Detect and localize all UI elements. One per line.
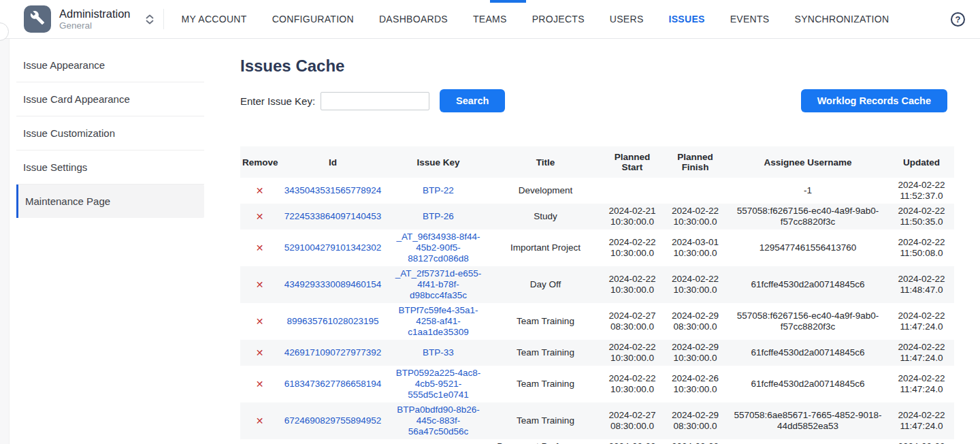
app-title: Administration [59, 7, 131, 20]
column-header-title: Title [490, 146, 601, 178]
search-button[interactable]: Search [440, 89, 505, 112]
remove-issue-button[interactable]: ✕ [256, 316, 264, 327]
issue-id-link[interactable]: 4349293330089460154 [284, 279, 382, 289]
planned-start-cell: 2024-02-22 10:30:00.0 [601, 439, 664, 444]
assignee-cell: -1 [727, 178, 889, 204]
issue-id-link[interactable]: 3435043531565778924 [284, 185, 382, 195]
issue-key-link[interactable]: BTP-26 [423, 211, 454, 221]
planned-finish-cell: 2024-02-29 08:30:00.0 [664, 402, 727, 439]
column-header-updated: Updated [889, 146, 954, 178]
sidebar-item-maintenance-page[interactable]: Maintenance Page [16, 185, 204, 218]
table-row: ✕ 899635761028023195 BTPf7c59fe4-35a1-42… [240, 303, 954, 340]
page-title: Issues Cache [240, 57, 954, 76]
planned-start-cell: 2024-02-22 10:30:00.0 [601, 340, 664, 366]
app-switcher[interactable]: Administration General [24, 5, 154, 33]
updated-cell: 2024-02-22 11:44:54.0 [889, 439, 954, 444]
issue-id-link[interactable]: 6183473627786658194 [284, 379, 382, 389]
remove-issue-button[interactable]: ✕ [256, 279, 264, 290]
nav-item-teams[interactable]: TEAMS [473, 10, 507, 29]
admin-logo [24, 5, 51, 33]
issue-title-cell: Team Training [490, 402, 601, 439]
column-header-assignee-username: Assignee Username [727, 146, 889, 178]
table-row: ✕ 4349293330089460154 _AT_2f57371d-e655-… [240, 266, 954, 303]
issue-key-link[interactable]: BTPf7c59fe4-35a1-4258-af41-c1aa1de35309 [398, 305, 478, 337]
table-row: ✕ 4269171090727977392 BTP-33 Team Traini… [240, 340, 954, 366]
issue-key-input[interactable] [321, 92, 429, 110]
issue-key-link[interactable]: BTP-22 [423, 185, 454, 195]
issue-title-cell: Team Training [490, 340, 601, 366]
assignee-cell: 61fcffe4530d2a00714845c6 [727, 340, 889, 366]
remove-issue-button[interactable]: ✕ [256, 415, 264, 426]
planned-finish-cell: 2024-02-22 10:30:00.0 [664, 204, 727, 229]
remove-issue-button[interactable]: ✕ [256, 211, 264, 222]
remove-issue-button[interactable]: ✕ [256, 185, 264, 196]
assignee-cell: 557058:6ae85671-7665-4852-9018-44dd5852e… [727, 402, 889, 439]
planned-finish-cell: 2024-02-22 10:30:00.0 [664, 439, 727, 444]
assignee-cell: 1295477461556413760 [727, 229, 889, 266]
issue-title-cell: Document Performance Metrics - 898 [490, 439, 601, 444]
search-row: Enter Issue Key: Search Worklog Records … [240, 89, 954, 112]
sidebar-item-issue-customization[interactable]: Issue Customization [16, 116, 204, 150]
column-header-issue-key: Issue Key [387, 146, 490, 178]
table-body: ✕ 3435043531565778924 BTP-22 Development… [240, 178, 954, 444]
issue-id-link[interactable]: 7224533864097140453 [284, 211, 382, 221]
issue-id-link[interactable]: 899635761028023195 [287, 316, 378, 326]
issue-key-link[interactable]: BTP-33 [423, 347, 454, 358]
updated-cell: 2024-02-22 11:47:24.0 [889, 366, 954, 402]
wrench-icon [30, 10, 45, 28]
remove-issue-button[interactable]: ✕ [256, 242, 264, 253]
nav-item-my-account[interactable]: MY ACCOUNT [182, 10, 247, 29]
loading-indicator [490, 0, 526, 3]
chevron-up-down-icon[interactable] [146, 14, 154, 25]
nav-item-configuration[interactable]: CONFIGURATION [272, 10, 354, 29]
issue-key-link[interactable]: BTPa0bdfd90-8b26-445c-883f-56a47c50d56c [397, 405, 480, 437]
table-row: ✕ 6183473627786658194 BTP0592a225-4ac8-4… [240, 366, 954, 402]
sidebar-item-issue-appearance[interactable]: Issue Appearance [16, 48, 204, 82]
issue-key-link[interactable]: BTP0592a225-4ac8-4cb5-9521-555d5c1e0741 [396, 368, 481, 400]
nav-item-projects[interactable]: PROJECTS [532, 10, 585, 29]
planned-start-cell: 2024-02-27 08:30:00.0 [601, 402, 664, 439]
updated-cell: 2024-02-22 11:48:47.0 [889, 266, 954, 303]
issue-title-cell: Team Training [490, 303, 601, 340]
column-header-planned-start: Planned Start [601, 146, 664, 178]
search-label: Enter Issue Key: [240, 95, 315, 107]
table-row: ✕ 6724690829755894952 BTPa0bdfd90-8b26-4… [240, 402, 954, 439]
column-header-id: Id [279, 146, 387, 178]
worklog-records-cache-button[interactable]: Worklog Records Cache [801, 89, 947, 112]
issue-key-link[interactable]: _AT_2f57371d-e655-4f41-b78f-d98bcc4fa35c [395, 268, 482, 300]
assignee-cell: 61fcffe4530d2a00714845c6 [727, 366, 889, 402]
sidebar-item-issue-settings[interactable]: Issue Settings [16, 150, 204, 185]
column-header-remove: Remove [240, 146, 279, 178]
nav-item-synchronization[interactable]: SYNCHRONIZATION [795, 10, 889, 29]
nav-item-events[interactable]: EVENTS [730, 10, 770, 29]
remove-issue-button[interactable]: ✕ [256, 347, 264, 358]
table-row: ✕ 7224533864097140453 BTP-26 Study 2024-… [240, 204, 954, 229]
table-row: ✕ 5291004279101342302 _AT_96f34938-8f44-… [240, 229, 954, 266]
issue-id-link[interactable]: 4269171090727977392 [284, 347, 382, 358]
updated-cell: 2024-02-22 11:50:08.0 [889, 229, 954, 266]
issue-key-link[interactable]: _AT_96f34938-8f44-45b2-90f5-88127cd086d8 [397, 232, 480, 264]
main-content: Issues Cache Enter Issue Key: Search Wor… [204, 39, 980, 444]
sidebar: Issue AppearanceIssue Card AppearanceIss… [0, 39, 204, 218]
planned-finish-cell [664, 178, 727, 204]
updated-cell: 2024-02-22 11:47:24.0 [889, 402, 954, 439]
planned-start-cell: 2024-02-22 10:30:00.0 [601, 266, 664, 303]
planned-start-cell [601, 178, 664, 204]
planned-finish-cell: 2024-02-26 10:30:00.0 [664, 366, 727, 402]
updated-cell: 2024-02-22 11:52:37.0 [889, 178, 954, 204]
top-bar: Administration General MY ACCOUNTCONFIGU… [0, 0, 980, 39]
issue-title-cell: Important Project [490, 229, 601, 266]
planned-start-cell: 2024-02-22 10:30:00.0 [601, 229, 664, 266]
nav-item-issues[interactable]: ISSUES [669, 10, 705, 29]
issue-id-link[interactable]: 6724690829755894952 [284, 415, 382, 426]
help-button[interactable]: ? [951, 12, 965, 27]
nav-item-users[interactable]: USERS [610, 10, 644, 29]
remove-issue-button[interactable]: ✕ [256, 379, 264, 390]
sidebar-item-issue-card-appearance[interactable]: Issue Card Appearance [16, 82, 204, 116]
assignee-cell: 557058:f6267156-ec40-4a9f-9ab0-f57cc8820… [727, 204, 889, 229]
nav-item-dashboards[interactable]: DASHBOARDS [379, 10, 448, 29]
issue-id-link[interactable]: 5291004279101342302 [284, 242, 382, 253]
updated-cell: 2024-02-22 11:47:24.0 [889, 303, 954, 340]
table-header-row: RemoveIdIssue KeyTitlePlanned StartPlann… [240, 146, 954, 178]
updated-cell: 2024-02-22 11:47:24.0 [889, 340, 954, 366]
